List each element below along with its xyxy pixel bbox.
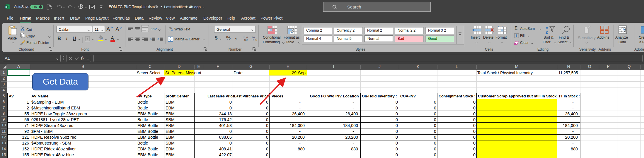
svg-text:ab: ab bbox=[151, 27, 155, 31]
svg-text:A: A bbox=[546, 26, 548, 30]
svg-text:.00: .00 bbox=[251, 36, 255, 39]
svg-text:Z: Z bbox=[546, 30, 548, 35]
svg-text:X: X bbox=[5, 6, 7, 8]
svg-text:c: c bbox=[169, 29, 170, 32]
svg-text:.00: .00 bbox=[243, 38, 248, 42]
svg-text:0: 0 bbox=[255, 38, 257, 42]
svg-text:0: 0 bbox=[246, 36, 248, 39]
